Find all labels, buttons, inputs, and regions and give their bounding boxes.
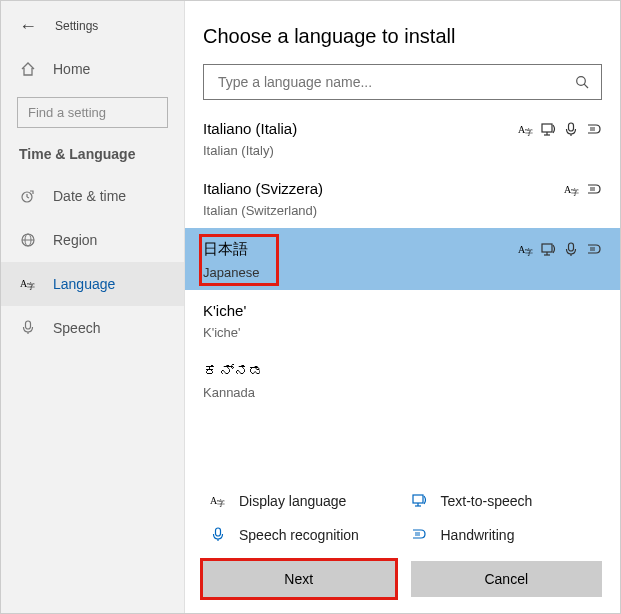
language-english-name: Italian (Switzerland) xyxy=(203,203,602,218)
handwriting-icon xyxy=(411,527,429,543)
sidebar-item-speech[interactable]: Speech xyxy=(1,306,184,350)
language-native-name: K'iche' xyxy=(203,302,602,319)
sidebar: ← Settings Home Find a setting Time & La… xyxy=(1,1,185,613)
sidebar-home-label: Home xyxy=(53,61,90,77)
sidebar-item-label: Date & time xyxy=(53,188,126,204)
dialog-footer: Next Cancel xyxy=(185,561,620,613)
sidebar-section-header: Time & Language xyxy=(1,136,184,172)
handwriting-icon xyxy=(587,122,602,137)
back-arrow-icon: ← xyxy=(19,17,37,35)
svg-point-15 xyxy=(577,77,586,86)
speech-icon xyxy=(564,122,579,137)
back-row[interactable]: ← Settings xyxy=(1,13,184,47)
handwriting-icon xyxy=(587,182,602,197)
feature-legend: Display language Text-to-speech Speech r… xyxy=(185,473,620,561)
language-native-name: ಕನ್ನಡ xyxy=(203,362,602,379)
next-button[interactable]: Next xyxy=(203,561,395,597)
language-search-input[interactable] xyxy=(216,73,575,91)
legend-label: Display language xyxy=(239,493,346,509)
dialog-panel: Choose a language to install Italiano (I… xyxy=(185,1,620,613)
language-icon xyxy=(19,276,37,292)
legend-label: Text-to-speech xyxy=(441,493,533,509)
legend-speech: Speech recognition xyxy=(209,523,395,547)
tts-icon xyxy=(541,242,556,257)
find-setting-input[interactable]: Find a setting xyxy=(17,97,168,128)
sidebar-item-region[interactable]: Region xyxy=(1,218,184,262)
legend-label: Speech recognition xyxy=(239,527,359,543)
language-list[interactable]: Italiano (Italia)Italian (Italy)Italiano… xyxy=(185,108,620,473)
sidebar-item-label: Speech xyxy=(53,320,100,336)
language-feature-icons xyxy=(518,122,602,137)
language-native-name: Italiano (Svizzera) xyxy=(203,180,602,197)
app-title: Settings xyxy=(55,19,98,33)
cancel-button[interactable]: Cancel xyxy=(411,561,603,597)
find-setting-placeholder: Find a setting xyxy=(28,105,106,120)
display-icon xyxy=(518,122,533,137)
sidebar-item-label: Language xyxy=(53,276,115,292)
language-item[interactable]: Italiano (Italia)Italian (Italy) xyxy=(185,108,620,168)
legend-display: Display language xyxy=(209,489,395,513)
language-search[interactable] xyxy=(203,64,602,100)
language-feature-icons xyxy=(564,182,602,197)
display-icon xyxy=(518,242,533,257)
language-item[interactable]: K'iche'K'iche' xyxy=(185,290,620,350)
clock-icon xyxy=(19,188,37,204)
sidebar-item-date-time[interactable]: Date & time xyxy=(1,174,184,218)
language-item[interactable]: ಕನ್ನಡKannada xyxy=(185,350,620,410)
speech-icon xyxy=(564,242,579,257)
home-icon xyxy=(19,61,37,77)
handwriting-icon xyxy=(587,242,602,257)
mic-icon xyxy=(19,320,37,336)
language-feature-icons xyxy=(518,242,602,257)
language-english-name: K'iche' xyxy=(203,325,602,340)
dialog-title: Choose a language to install xyxy=(185,1,620,64)
legend-label: Handwriting xyxy=(441,527,515,543)
legend-handwriting: Handwriting xyxy=(411,523,597,547)
display-icon xyxy=(564,182,579,197)
sidebar-home[interactable]: Home xyxy=(1,47,184,91)
language-english-name: Japanese xyxy=(203,265,602,280)
tts-icon xyxy=(541,122,556,137)
tts-icon xyxy=(411,493,429,509)
language-item[interactable]: Italiano (Svizzera)Italian (Switzerland) xyxy=(185,168,620,228)
speech-recognition-icon xyxy=(209,527,227,543)
legend-tts: Text-to-speech xyxy=(411,489,597,513)
search-icon xyxy=(575,75,589,89)
display-language-icon xyxy=(209,493,227,509)
language-english-name: Italian (Italy) xyxy=(203,143,602,158)
language-item[interactable]: 日本語Japanese xyxy=(185,228,620,290)
svg-line-16 xyxy=(584,84,588,88)
language-english-name: Kannada xyxy=(203,385,602,400)
globe-icon xyxy=(19,232,37,248)
sidebar-item-language[interactable]: Language xyxy=(1,262,184,306)
sidebar-item-label: Region xyxy=(53,232,97,248)
